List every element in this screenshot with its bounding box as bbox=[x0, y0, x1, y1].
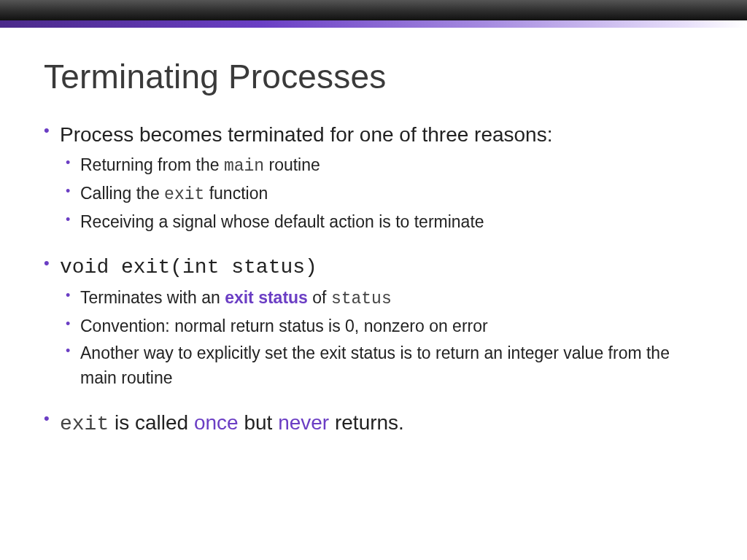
bullet-2-sub-2: Convention: normal return status is 0, n… bbox=[60, 314, 703, 338]
bullet-2-sub-3: Another way to explicitly set the exit s… bbox=[60, 341, 703, 390]
text-run: returns. bbox=[329, 411, 404, 434]
text-run: Returning from the bbox=[80, 155, 224, 174]
text-run: Terminates with an bbox=[80, 288, 225, 307]
bullet-1-sub-1: Returning from the main routine bbox=[60, 153, 703, 179]
text-run: of bbox=[308, 288, 331, 307]
header-dark-bar bbox=[0, 0, 747, 20]
code-exit: exit bbox=[164, 185, 204, 204]
text-run: but bbox=[239, 411, 278, 434]
emph-never: never bbox=[278, 411, 329, 434]
code-exit-2: exit bbox=[60, 413, 109, 435]
slide-body: Terminating Processes Process becomes te… bbox=[0, 28, 747, 438]
bullet-2-sublist: Terminates with an exit status of status… bbox=[60, 286, 703, 390]
bullet-1-sub-2: Calling the exit function bbox=[60, 182, 703, 207]
header-purple-bar bbox=[0, 20, 747, 28]
bullet-3: exit is called once but never returns. bbox=[44, 409, 703, 438]
code-status: status bbox=[331, 289, 392, 308]
text-run: routine bbox=[264, 155, 320, 174]
text-run: is called bbox=[109, 411, 194, 434]
bullet-3-text: exit is called once but never returns. bbox=[60, 409, 703, 438]
emph-exit-status: exit status bbox=[225, 288, 308, 307]
bullet-2-sub-1: Terminates with an exit status of status bbox=[60, 286, 703, 311]
text-run: Calling the bbox=[80, 184, 164, 203]
bullet-2-code: void exit(int status) bbox=[60, 254, 703, 281]
bullet-list: Process becomes terminated for one of th… bbox=[44, 121, 703, 438]
slide-title: Terminating Processes bbox=[44, 57, 703, 96]
code-main: main bbox=[224, 157, 264, 176]
emph-once: once bbox=[194, 411, 239, 434]
text-run: function bbox=[204, 184, 268, 203]
bullet-2: void exit(int status) Terminates with an… bbox=[44, 254, 703, 390]
bullet-1-sub-3: Receiving a signal whose default action … bbox=[60, 210, 703, 234]
bullet-1-sublist: Returning from the main routine Calling … bbox=[60, 153, 703, 235]
bullet-1: Process becomes terminated for one of th… bbox=[44, 121, 703, 235]
bullet-1-text: Process becomes terminated for one of th… bbox=[60, 121, 703, 149]
